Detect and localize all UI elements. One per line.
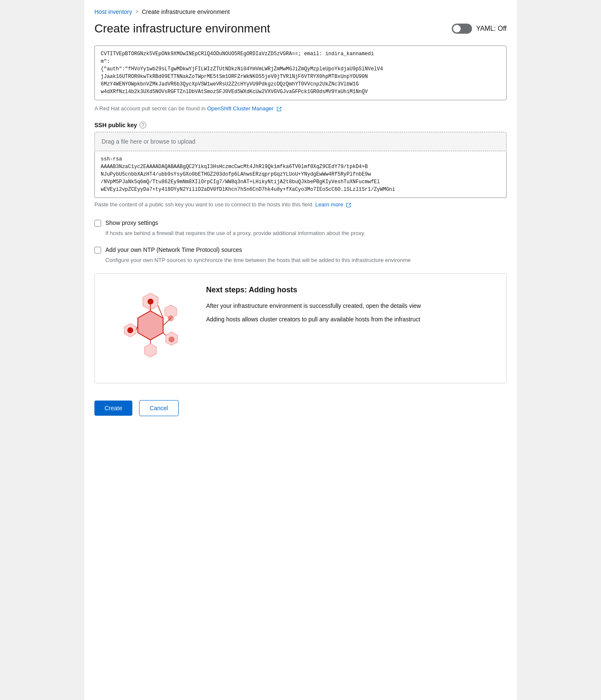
ntp-checkbox-row: Add your own NTP (Network Time Protocol)… [94, 246, 507, 254]
cancel-button[interactable]: Cancel [139, 400, 179, 416]
breadcrumb: Host inventory > Create infrastructure e… [94, 8, 507, 15]
svg-line-10 [163, 333, 166, 335]
breadcrumb-current-page: Create infrastructure environment [142, 8, 230, 15]
toggle-thumb [453, 25, 461, 32]
svg-point-16 [169, 337, 174, 342]
pull-secret-content: CVTITVEpBTORGNzk5VEpONk9XMOwINEpCRlQ4ODu… [94, 45, 507, 100]
svg-marker-4 [145, 344, 156, 357]
ntp-hint: Configure your own NTP sources to synchr… [105, 257, 507, 263]
proxy-label[interactable]: Show proxy settings [105, 219, 158, 226]
breadcrumb-separator: > [135, 9, 138, 15]
next-steps-card: Next steps: Adding hosts After your infr… [94, 273, 507, 383]
button-row: Create Cancel [94, 397, 507, 416]
next-steps-content: Next steps: Adding hosts After your infr… [206, 286, 493, 329]
ssh-public-key-section: SSH public key ? Drag a file here or bro… [94, 122, 507, 208]
yaml-toggle-area: YAML: Off [452, 24, 507, 34]
breadcrumb-host-inventory-link[interactable]: Host inventory [94, 8, 132, 15]
page-header: Create infrastructure environment YAML: … [94, 22, 507, 35]
proxy-checkbox-row: Show proxy settings [94, 219, 507, 227]
svg-marker-0 [138, 311, 163, 340]
page-title: Create infrastructure environment [94, 22, 270, 35]
next-steps-illustration [108, 286, 193, 371]
next-steps-title: Next steps: Adding hosts [206, 286, 493, 294]
ntp-label[interactable]: Add your own NTP (Network Time Protocol)… [105, 246, 242, 253]
toggle-track[interactable] [452, 24, 472, 34]
next-steps-paragraph-2: Adding hosts allows cluster creators to … [206, 315, 493, 324]
proxy-hint: If hosts are behind a firewall that requ… [105, 230, 507, 236]
ssh-section-label: SSH public key ? [94, 122, 507, 128]
yaml-toggle-label: YAML: Off [476, 25, 507, 32]
ssh-external-link-icon [346, 203, 351, 208]
create-button[interactable]: Create [94, 401, 132, 416]
ssh-learn-more-link[interactable]: Learn more [315, 201, 351, 208]
external-link-icon [276, 107, 282, 112]
ntp-sources-section: Add your own NTP (Network Time Protocol)… [94, 246, 507, 263]
yaml-toggle[interactable] [452, 24, 472, 34]
openshift-cluster-manager-link[interactable]: OpenShift Cluster Manager [207, 105, 281, 112]
ssh-help-icon[interactable]: ? [140, 122, 146, 128]
ntp-checkbox[interactable] [94, 247, 101, 254]
pull-secret-hint: A Red Hat account pull secret can be fou… [94, 105, 507, 112]
svg-point-14 [168, 315, 174, 321]
svg-point-15 [127, 327, 133, 333]
ssh-hint: Paste the content of a public ssh key yo… [94, 201, 507, 208]
next-steps-paragraph-1: After your infrastructure environment is… [206, 301, 493, 310]
svg-point-13 [148, 299, 153, 305]
proxy-settings-section: Show proxy settings If hosts are behind … [94, 219, 507, 236]
proxy-checkbox[interactable] [94, 220, 101, 227]
ssh-key-content[interactable]: ssh-rsa AAAAB3NzaC1yc2EAAAADAQABAABgQC2Y… [94, 151, 507, 198]
ssh-upload-zone[interactable]: Drag a file here or browse to upload [94, 132, 507, 151]
